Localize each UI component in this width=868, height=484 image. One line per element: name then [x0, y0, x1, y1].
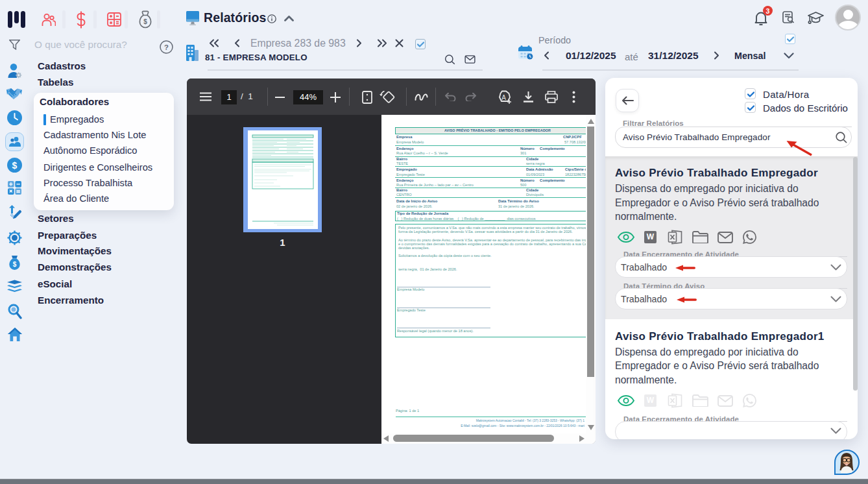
svg-text:$: $	[13, 261, 17, 268]
svg-text:$: $	[12, 160, 18, 171]
svg-text:?: ?	[164, 43, 169, 51]
svg-text:$: $	[143, 18, 147, 25]
svg-text:A: A	[501, 94, 506, 101]
